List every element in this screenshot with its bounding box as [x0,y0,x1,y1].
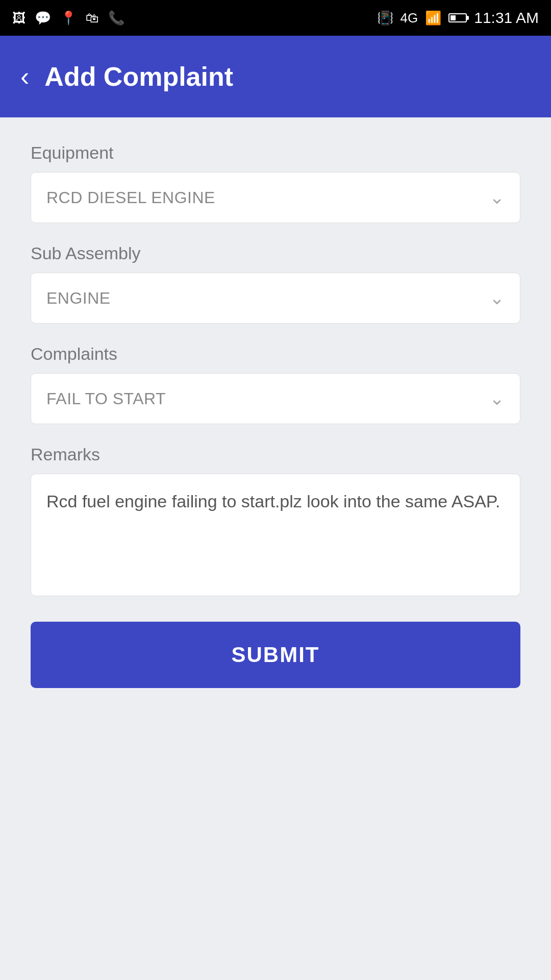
sub-assembly-label: Sub Assembly [31,243,520,263]
whatsapp-icon: 💬 [35,10,51,26]
sub-assembly-value: ENGINE [46,289,111,308]
location-icon: 📍 [60,10,77,26]
submit-button[interactable]: SUBMIT [31,622,520,688]
status-icons-right: 📳 4G 📶 11:31 AM [377,9,539,27]
bag-icon: 🛍 [86,10,99,26]
image-icon: 🖼 [12,10,26,26]
complaints-dropdown[interactable]: FAIL TO START ⌄ [31,373,520,424]
status-bar: 🖼 💬 📍 🛍 📞 📳 4G 📶 11:31 AM [0,0,551,36]
phone-icon: 📞 [108,10,124,26]
equipment-value: RCD DIESEL ENGINE [46,188,215,207]
page-title: Add Complaint [44,61,233,92]
chevron-down-icon: ⌄ [489,287,505,309]
status-icons-left: 🖼 💬 📍 🛍 📞 [12,10,124,26]
header: ‹ Add Complaint [0,36,551,117]
form-content: Equipment RCD DIESEL ENGINE ⌄ Sub Assemb… [0,117,551,714]
equipment-dropdown[interactable]: RCD DIESEL ENGINE ⌄ [31,172,520,223]
complaints-label: Complaints [31,344,520,364]
remarks-input[interactable]: Rcd fuel engine failing to start.plz loo… [31,474,520,596]
network-icon: 📶 [425,10,441,26]
sub-assembly-dropdown[interactable]: ENGINE ⌄ [31,273,520,324]
signal-vibrate-icon: 📳 [377,10,393,26]
battery-icon [448,13,467,22]
equipment-label: Equipment [31,143,520,163]
back-button[interactable]: ‹ [20,63,29,90]
4g-icon: 4G [400,10,418,26]
chevron-down-icon: ⌄ [489,388,505,409]
complaints-value: FAIL TO START [46,389,166,408]
chevron-down-icon: ⌄ [489,187,505,208]
remarks-label: Remarks [31,445,520,464]
status-time: 11:31 AM [474,9,539,27]
